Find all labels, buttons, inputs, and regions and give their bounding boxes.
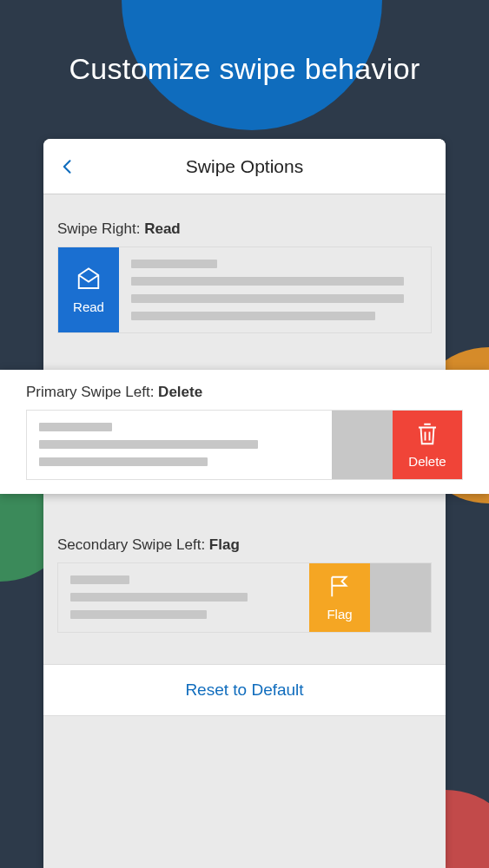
swipe-right-value: Read bbox=[144, 220, 181, 237]
secondary-swipe-left-section: Secondary Swipe Left: Flag Flag bbox=[43, 516, 446, 652]
secondary-swipe-left-value: Flag bbox=[209, 536, 240, 553]
nav-bar: Swipe Options bbox=[43, 139, 446, 194]
primary-swipe-left-preview-card[interactable]: Delete bbox=[26, 410, 463, 480]
reset-to-default-button[interactable]: Reset to Default bbox=[43, 664, 446, 716]
secondary-swipe-left-preview-card[interactable]: Flag bbox=[57, 562, 432, 633]
swipe-right-label-text: Swipe Right: bbox=[57, 220, 144, 237]
swipe-right-preview-card[interactable]: Read bbox=[57, 247, 432, 333]
trash-icon bbox=[414, 421, 440, 447]
swipe-right-label: Swipe Right: Read bbox=[57, 220, 432, 247]
chevron-left-icon bbox=[59, 155, 76, 178]
placeholder-lines bbox=[119, 247, 431, 332]
page-title: Swipe Options bbox=[43, 156, 446, 177]
back-button[interactable] bbox=[49, 148, 87, 186]
placeholder-lines bbox=[58, 563, 309, 632]
primary-swipe-left-label: Primary Swipe Left: Delete bbox=[26, 384, 463, 410]
secondary-swipe-left-action-label: Flag bbox=[327, 607, 352, 621]
primary-swipe-left-label-text: Primary Swipe Left: bbox=[26, 384, 158, 400]
primary-swipe-left-action-label: Delete bbox=[408, 454, 446, 469]
swipe-right-action-label: Read bbox=[73, 299, 104, 314]
secondary-swipe-left-secondary-tile bbox=[370, 563, 431, 632]
placeholder-lines bbox=[27, 411, 332, 479]
primary-swipe-left-action-tile: Delete bbox=[393, 411, 462, 479]
promo-title: Customize swipe behavior bbox=[0, 52, 489, 86]
secondary-swipe-left-label-text: Secondary Swipe Left: bbox=[57, 536, 209, 553]
secondary-swipe-left-label: Secondary Swipe Left: Flag bbox=[57, 536, 432, 562]
secondary-swipe-left-action-tile: Flag bbox=[309, 563, 370, 632]
primary-swipe-left-section: Primary Swipe Left: Delete Delete bbox=[0, 370, 489, 494]
read-icon bbox=[76, 266, 102, 293]
flag-icon bbox=[327, 574, 353, 600]
phone-screen: Swipe Options Swipe Right: Read Read bbox=[43, 139, 446, 868]
primary-swipe-left-value: Delete bbox=[158, 384, 202, 400]
swipe-right-section: Swipe Right: Read Read bbox=[43, 194, 446, 352]
primary-swipe-left-secondary-tile bbox=[332, 411, 393, 479]
swipe-right-action-tile: Read bbox=[58, 247, 119, 332]
